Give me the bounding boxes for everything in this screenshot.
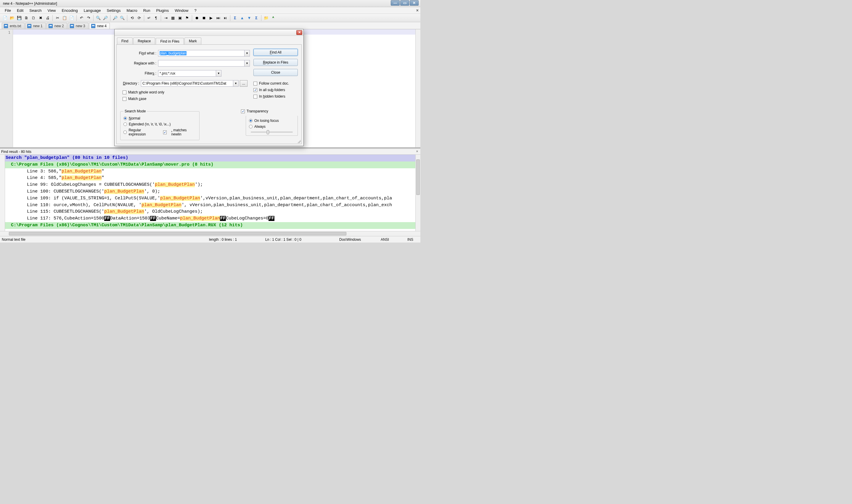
tb-new-icon[interactable]: 📄 <box>2 15 8 21</box>
file-tab[interactable]: new 2 <box>47 23 67 29</box>
dialog-close-button[interactable]: ✕ <box>296 30 302 35</box>
dropdown-icon[interactable]: ▼ <box>216 70 222 77</box>
in-subfolders-checkbox[interactable]: ✓In all sub-folders <box>254 88 298 92</box>
tb-docmap-icon[interactable]: ▣ <box>177 15 183 21</box>
menu-macro[interactable]: Macro <box>124 8 140 13</box>
find-result-line[interactable]: Line 4: 585,"plan_BudgetPlan" <box>5 175 415 182</box>
menu-run[interactable]: Run <box>140 8 153 13</box>
regex-radio[interactable]: Regular expression ✓ . matches newlin <box>123 128 196 136</box>
tb-stop-icon[interactable]: ⏹ <box>201 15 207 21</box>
find-what-input[interactable]: plan_budgetplan <box>158 50 245 56</box>
find-result-line[interactable]: Line 109: if (VALUE_IS_STRING=1, CellPut… <box>5 195 415 202</box>
menu-edit[interactable]: Edit <box>14 8 27 13</box>
in-hidden-checkbox[interactable]: In hidden folders <box>254 94 298 98</box>
close-button[interactable]: ✕ <box>410 0 419 6</box>
close-button[interactable]: Close <box>254 69 298 76</box>
tb-indent-icon[interactable]: ⇥ <box>162 15 169 21</box>
menu-help[interactable]: ? <box>191 8 199 13</box>
find-result-line[interactable]: Line 3: 586,"plan_BudgetPlan" <box>5 168 415 175</box>
filters-input[interactable]: *.pro;*.rux <box>158 70 216 77</box>
always-radio[interactable]: Always <box>249 125 295 129</box>
tb-paste-icon[interactable]: 📄 <box>68 15 75 21</box>
find-result-line[interactable]: Line 100: CUBESETLOGCHANGES('plan_Budget… <box>5 188 415 195</box>
extended-radio[interactable]: Extended (\n, \r, \t, \0, \x...) <box>123 122 196 126</box>
find-result-vscrollbar[interactable] <box>415 155 420 231</box>
tb-redo-icon[interactable]: ↷ <box>85 15 92 21</box>
menu-language[interactable]: Language <box>81 8 104 13</box>
tb-sum2-icon[interactable]: Σ <box>253 15 260 21</box>
file-tab[interactable]: new 1 <box>25 23 46 29</box>
close-tab-icon[interactable]: × <box>416 8 419 13</box>
tb-playmulti-icon[interactable]: ⏭ <box>215 15 222 21</box>
find-result-line[interactable]: Line 99: OldCubeLogChanges = CUBEGETLOGC… <box>5 182 415 188</box>
tb-close-icon[interactable]: 🗋 <box>30 15 37 21</box>
tb-record-icon[interactable]: ⏺ <box>194 15 200 21</box>
tb-sum-icon[interactable]: Σ <box>232 15 238 21</box>
resize-grip[interactable] <box>297 140 301 143</box>
tb-closeall-icon[interactable]: ✖ <box>37 15 44 21</box>
menu-search[interactable]: Search <box>27 8 45 13</box>
tb-saveall-icon[interactable]: 🗎 <box>23 15 30 21</box>
directory-input[interactable]: C:\Program Files (x86)\Cognos\TM1\Custom… <box>141 80 233 87</box>
find-result-line[interactable]: Line 117: 576,CubeAction=1500FFDataActio… <box>5 215 415 222</box>
tb-down-icon[interactable]: ▼ <box>246 15 253 21</box>
minimize-button[interactable]: — <box>391 0 400 6</box>
tb-find-icon[interactable]: 🔍 <box>95 15 102 21</box>
tb-allchars-icon[interactable]: ¶ <box>153 15 159 21</box>
transparency-slider[interactable] <box>251 132 293 132</box>
menu-settings[interactable]: Settings <box>104 8 124 13</box>
browse-directory-button[interactable]: ... <box>240 80 247 87</box>
find-result-file-header[interactable]: C:\Program Files (x86)\Cognos\TM1\Custom… <box>5 162 415 168</box>
dropdown-icon[interactable]: ▼ <box>245 60 250 67</box>
tb-save-icon[interactable]: 💾 <box>16 15 22 21</box>
tb-folder-icon[interactable]: 📁 <box>263 15 269 21</box>
tb-copy-icon[interactable]: 📋 <box>61 15 68 21</box>
tb-print-icon[interactable]: 🖨 <box>45 15 51 21</box>
menu-plugins[interactable]: Plugins <box>153 8 172 13</box>
file-tab[interactable]: ents.txt <box>2 23 24 29</box>
file-tab[interactable]: new 3 <box>68 23 88 29</box>
tb-sync-icon[interactable]: ⟲ <box>129 15 135 21</box>
slider-thumb[interactable] <box>267 130 269 134</box>
tb-cut-icon[interactable]: ✂ <box>54 15 61 21</box>
follow-current-checkbox[interactable]: Follow current doc. <box>254 81 298 86</box>
tb-funclist-icon[interactable]: ⚑ <box>184 15 190 21</box>
replace-in-files-button[interactable]: Replace in Files <box>254 59 298 66</box>
menu-view[interactable]: View <box>45 8 59 13</box>
find-result-hscrollbar[interactable] <box>0 231 420 236</box>
menu-file[interactable]: File <box>2 8 14 13</box>
dialog-tab-find[interactable]: Find <box>117 38 133 44</box>
find-result-line[interactable]: Line 115: CUBESETLOGCHANGES('plan_Budget… <box>5 209 415 215</box>
tb-zoomin-icon[interactable]: 🔎 <box>112 15 118 21</box>
find-all-button[interactable]: Find All <box>254 49 298 56</box>
dialog-tab-mark[interactable]: Mark <box>185 38 201 44</box>
tb-wrap-icon[interactable]: ↵ <box>146 15 152 21</box>
tb-userlang-icon[interactable]: ▦ <box>170 15 176 21</box>
find-result-content[interactable]: Search "plan_budgetplan" (80 hits in 10 … <box>5 155 415 231</box>
tb-savemacro-icon[interactable]: ⏯ <box>222 15 228 21</box>
maximize-button[interactable]: ▭ <box>400 0 409 6</box>
dropdown-icon[interactable]: ▼ <box>233 80 239 87</box>
find-result-search-summary[interactable]: Search "plan_budgetplan" (80 hits in 10 … <box>5 155 415 162</box>
tb-up-icon[interactable]: ▲ <box>239 15 245 21</box>
find-result-file-header[interactable]: C:\Program Files (x86)\Cognos\TM1\Custom… <box>5 222 415 229</box>
replace-with-input[interactable] <box>158 60 245 67</box>
tb-play-icon[interactable]: ▶ <box>208 15 214 21</box>
file-tab-active[interactable]: new 4 <box>89 23 110 29</box>
dialog-tab-findinfiles[interactable]: Find in Files <box>156 38 184 45</box>
scrollbar-thumb[interactable] <box>9 232 346 235</box>
tb-sync2-icon[interactable]: ⟳ <box>136 15 142 21</box>
checkbox-icon[interactable]: ✓ <box>163 130 167 134</box>
editor-vscrollbar[interactable] <box>415 29 420 147</box>
find-result-line[interactable]: Line 110: ource,vMonth), CellPutN(NVALUE… <box>5 202 415 209</box>
find-result-close-icon[interactable]: × <box>415 149 419 154</box>
find-result-fold-column[interactable] <box>0 155 5 231</box>
tb-undo-icon[interactable]: ↶ <box>78 15 85 21</box>
dropdown-icon[interactable]: ▼ <box>245 50 250 56</box>
menu-window[interactable]: Window <box>172 8 191 13</box>
menu-encoding[interactable]: Encoding <box>59 8 81 13</box>
tb-open-icon[interactable]: 📂 <box>9 15 15 21</box>
normal-radio[interactable]: Normal <box>123 116 196 120</box>
transparency-checkbox[interactable]: ✓Transparency <box>241 109 268 113</box>
dialog-tab-replace[interactable]: Replace <box>133 38 155 44</box>
